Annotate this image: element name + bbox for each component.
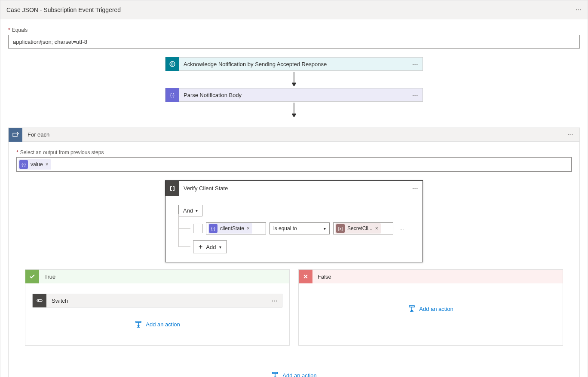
case-body: * Equals Acknowledge Notification by Sen…: [0, 19, 588, 377]
false-label: False: [318, 274, 331, 280]
required-asterisk: *: [8, 27, 10, 33]
true-header-body: True: [39, 270, 289, 283]
svg-rect-6: [13, 133, 17, 137]
http-icon: [165, 57, 179, 71]
verify-title: Verify Client State: [179, 185, 412, 192]
case-menu-icon[interactable]: ···: [576, 6, 582, 13]
svg-point-8: [38, 300, 39, 301]
secret-token-remove[interactable]: ×: [375, 225, 378, 231]
false-header-body: False: [312, 270, 563, 283]
tree-line: [178, 214, 179, 246]
false-body: Add an action: [299, 283, 563, 330]
secret-token-label: SecretCli...: [347, 225, 373, 231]
condition-row: {·} clientState × is equal to ▾: [193, 222, 410, 234]
branches-container: True Switch ···: [16, 269, 572, 354]
chevron-down-icon-2: ▾: [324, 226, 326, 231]
center-column: Acknowledge Notification by Sending Acce…: [8, 57, 580, 119]
case-header[interactable]: Case JSON - Subscription Event Triggered…: [0, 0, 588, 19]
ack-step-body: Acknowledge Notification by Sending Acce…: [179, 58, 423, 70]
token-braces-icon-2: {·}: [209, 224, 217, 233]
tree-line-h2: [178, 246, 190, 247]
true-label: True: [44, 274, 55, 280]
row-menu-icon[interactable]: ···: [397, 225, 407, 232]
svg-rect-17: [273, 372, 278, 374]
left-operand-input[interactable]: {·} clientState ×: [206, 222, 266, 234]
foreach-header[interactable]: For each ···: [9, 128, 579, 142]
verify-header[interactable]: Verify Client State ···: [165, 181, 423, 196]
arrow-1: [289, 71, 299, 88]
false-add-action[interactable]: Add an action: [306, 305, 556, 313]
clientstate-token[interactable]: {·} clientState ×: [208, 223, 252, 234]
value-token-remove[interactable]: ×: [46, 161, 49, 167]
add-action-label-3: Add an action: [282, 372, 317, 377]
switch-step[interactable]: Switch ···: [32, 294, 282, 307]
switch-menu-icon[interactable]: ···: [267, 298, 282, 304]
false-branch: False Add an action: [298, 269, 563, 346]
plus-icon: +: [199, 243, 202, 250]
foreach-add-action[interactable]: Add an action: [16, 371, 572, 377]
token-var-icon: [x]: [336, 224, 345, 233]
verify-menu-icon[interactable]: ···: [412, 185, 418, 192]
select-output-input[interactable]: {·} value ×: [16, 157, 572, 172]
chevron-down-icon: ▾: [196, 208, 198, 213]
true-header[interactable]: True: [25, 270, 289, 283]
switch-label: Switch: [46, 298, 68, 304]
operator-select[interactable]: is equal to ▾: [270, 222, 330, 234]
chevron-down-icon-3: ▾: [219, 245, 221, 249]
true-body: Switch ··· Add an action: [25, 283, 289, 345]
value-token-label: value: [31, 161, 43, 167]
right-operand-input[interactable]: [x] SecretCli... ×: [333, 222, 393, 234]
svg-rect-13: [409, 306, 414, 307]
svg-marker-5: [292, 114, 296, 117]
verify-body: And ▾ {·}: [165, 196, 423, 262]
true-branch: True Switch ···: [25, 269, 290, 346]
false-header[interactable]: False: [299, 270, 563, 283]
check-icon: [25, 270, 39, 283]
loop-icon: [9, 128, 22, 142]
token-braces-icon: {·}: [19, 160, 28, 169]
ack-menu-icon[interactable]: ···: [412, 61, 418, 67]
clientstate-label: clientState: [220, 225, 244, 231]
tree-line-h1: [178, 228, 190, 229]
required-asterisk-2: *: [16, 149, 18, 155]
value-token[interactable]: {·} value ×: [18, 159, 51, 170]
true-add-action[interactable]: Add an action: [32, 320, 282, 328]
equals-label: Equals: [12, 27, 28, 33]
svg-text:{·}: {·}: [170, 92, 175, 97]
workflow-editor: Case JSON - Subscription Event Triggered…: [0, 0, 588, 377]
parse-step[interactable]: {·} Parse Notification Body ···: [165, 88, 423, 102]
select-output-label: Select an output from previous steps: [20, 149, 104, 155]
operator-label: is equal to: [273, 225, 297, 231]
parse-step-label: Parse Notification Body: [184, 92, 242, 98]
and-dropdown[interactable]: And ▾: [178, 205, 202, 216]
foreach-body: * Select an output from previous steps {…: [9, 142, 579, 377]
add-action-label-2: Add an action: [419, 306, 453, 312]
foreach-title: For each: [22, 131, 49, 138]
braces-icon: {·}: [165, 88, 179, 102]
parse-step-body: Parse Notification Body ···: [179, 88, 423, 101]
condition-icon: [165, 181, 179, 196]
condition-checkbox[interactable]: [193, 224, 202, 233]
add-condition-button[interactable]: + Add ▾: [193, 240, 227, 253]
verify-card: Verify Client State ··· And ▾: [165, 180, 423, 262]
parse-menu-icon[interactable]: ···: [412, 92, 418, 98]
switch-left: Switch: [33, 294, 68, 307]
case-title: Case JSON - Subscription Event Triggered: [6, 6, 121, 13]
clientstate-remove[interactable]: ×: [247, 225, 250, 231]
select-label-row: * Select an output from previous steps: [16, 149, 572, 155]
switch-icon: [33, 294, 46, 307]
foreach-menu-icon[interactable]: ···: [567, 131, 573, 138]
and-label: And: [183, 207, 193, 214]
x-icon: [299, 270, 312, 283]
svg-marker-2: [292, 83, 296, 86]
add-label: Add: [206, 244, 216, 250]
foreach-header-left: For each: [9, 128, 49, 141]
equals-input[interactable]: [8, 35, 580, 49]
secret-token[interactable]: [x] SecretCli... ×: [335, 223, 381, 234]
arrow-2: [289, 102, 299, 119]
foreach-block: For each ··· * Select an output from pre…: [8, 128, 580, 377]
add-action-label-1: Add an action: [146, 321, 180, 328]
ack-step[interactable]: Acknowledge Notification by Sending Acce…: [165, 57, 423, 71]
equals-label-row: * Equals: [8, 27, 580, 33]
ack-step-label: Acknowledge Notification by Sending Acce…: [184, 61, 327, 67]
